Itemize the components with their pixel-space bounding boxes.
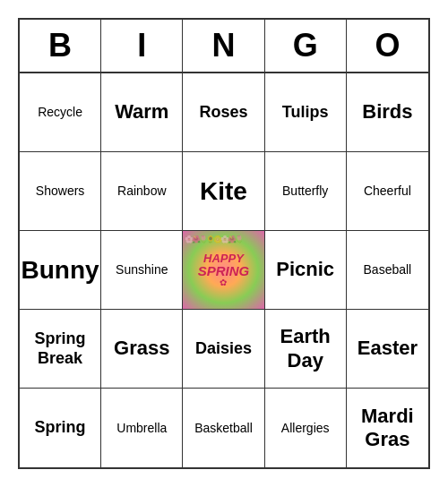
bingo-cell: Easter — [347, 310, 428, 389]
header-letter: O — [347, 20, 428, 72]
bingo-cell: Cheerful — [347, 152, 428, 231]
bingo-cell: Spring — [20, 389, 101, 467]
bingo-cell: Kite — [183, 152, 264, 231]
bingo-cell: Sunshine — [101, 231, 183, 310]
bingo-cell: HAPPYSPRING✿ — [183, 231, 264, 310]
bingo-cell: Allergies — [265, 389, 347, 467]
header-letter: I — [101, 20, 183, 72]
bingo-cell: Earth Day — [265, 310, 347, 389]
bingo-cell: Picnic — [265, 231, 347, 310]
bingo-cell: Birds — [347, 73, 428, 152]
bingo-cell: Rainbow — [101, 152, 183, 231]
bingo-cell: Spring Break — [20, 310, 101, 389]
bingo-header: BINGO — [20, 20, 428, 73]
bingo-cell: Showers — [20, 152, 101, 231]
bingo-cell: Bunny — [20, 231, 101, 310]
bingo-cell: Warm — [101, 73, 183, 152]
bingo-cell: Recycle — [20, 73, 101, 152]
bingo-card: BINGO RecycleWarmRosesTulipsBirdsShowers… — [18, 18, 430, 469]
bingo-cell: Mardi Gras — [347, 389, 428, 467]
header-letter: G — [265, 20, 347, 72]
header-letter: N — [183, 20, 264, 72]
bingo-cell: Basketball — [183, 389, 264, 467]
bingo-cell: Butterfly — [265, 152, 347, 231]
header-letter: B — [20, 20, 101, 72]
bingo-cell: Daisies — [183, 310, 264, 389]
bingo-cell: Baseball — [347, 231, 428, 310]
bingo-cell: Tulips — [265, 73, 347, 152]
bingo-cell: Umbrella — [101, 389, 183, 467]
bingo-cell: Roses — [183, 73, 264, 152]
bingo-cell: Grass — [101, 310, 183, 389]
bingo-grid: RecycleWarmRosesTulipsBirdsShowersRainbo… — [20, 73, 428, 467]
